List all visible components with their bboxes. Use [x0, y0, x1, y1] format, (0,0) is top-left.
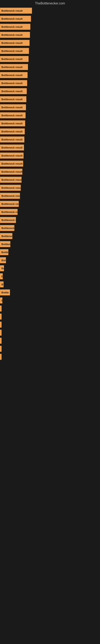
bars-container: Bottleneck resultBottleneck resultBottle… [0, 6, 100, 362]
result-bar: Bo [0, 281, 3, 288]
bar-row: Bottleneck result [0, 87, 100, 95]
bar-row: Bottleneck result [0, 23, 100, 30]
bar-label: Bottleneck result [1, 218, 16, 222]
bar-row: Bottleneck result [0, 184, 100, 192]
bar-row: Bottleneck result [0, 232, 100, 240]
bar-row [0, 353, 100, 361]
result-bar: Bottleneck result [0, 120, 25, 126]
result-bar: Bottleneck result [0, 233, 12, 239]
bar-row: Bottleneck result [0, 55, 100, 63]
bar-row: Bottleneck result [0, 47, 100, 55]
bar-row: Bo [0, 280, 100, 288]
result-bar [0, 346, 1, 352]
result-bar: Bottleneck result [0, 136, 24, 142]
bar-label: Bottleneck result [1, 114, 22, 117]
bar-label: Bottleneck result [1, 58, 22, 60]
bar-row: Bottleneck result [0, 128, 100, 135]
result-bar [0, 322, 1, 328]
bar-row: Bottleneck result [0, 200, 100, 208]
result-bar: Bottleneck result [0, 152, 24, 158]
bar-label: Bo [1, 283, 3, 286]
bar-row [0, 337, 100, 344]
bar-label: Bottleneck result [1, 194, 20, 198]
bar-row [0, 329, 100, 336]
bar-row: Bottleneck result [0, 71, 100, 79]
result-bar: Bottleneck result [0, 56, 29, 62]
bar-label: Bottleneck result [1, 170, 22, 173]
result-bar: Bottleneck result [0, 72, 28, 78]
bar-label: Bottleneck result [1, 74, 22, 77]
result-bar: Bottleneck result [0, 225, 14, 231]
result-bar: Bottleneck result [0, 185, 21, 191]
bar-label: Bottleneck result [1, 259, 6, 262]
bar-row: Bottleneck result [0, 240, 100, 248]
bar-row: Bottleneck result [0, 39, 100, 47]
bar-label: B [1, 299, 2, 302]
bar-label: Bottleneck result [1, 66, 22, 69]
bar-label: Bottleneck result [1, 98, 22, 101]
bar-row: Bottleneck result [0, 264, 100, 272]
bar-row: Bottleneck result [0, 7, 100, 14]
result-bar: Bottle [0, 290, 10, 296]
bar-row: Bottleneck result [0, 208, 100, 216]
bar-row [0, 321, 100, 328]
result-bar: B [0, 298, 2, 304]
bar-row: Bottleneck result [0, 248, 100, 256]
bar-label: Bottleneck result [1, 146, 22, 149]
bar-label: Bottleneck result [1, 130, 22, 133]
result-bar: Bottleneck result [0, 249, 8, 255]
result-bar: Bottleneck result [0, 32, 30, 38]
bar-label: Bottleneck result [1, 226, 14, 230]
result-bar: Bottleneck result [0, 24, 30, 30]
result-bar [0, 330, 1, 336]
result-bar: Bottleneck result [0, 16, 31, 22]
result-bar [0, 314, 1, 320]
bar-row: Bottleneck result [0, 79, 100, 87]
bar-label: Bottleneck result [1, 106, 22, 109]
bar-row: B [0, 297, 100, 304]
bar-row [0, 313, 100, 320]
bar-label: Bottleneck result [1, 122, 22, 125]
result-bar: Bottleneck result [0, 8, 32, 14]
bar-row: Bottleneck result [0, 192, 100, 200]
bar-label: Bottleneck result [1, 90, 22, 93]
result-bar: Bottleneck result [0, 104, 26, 110]
bar-row: B [0, 272, 100, 280]
bar-label: Bottleneck result [1, 42, 22, 44]
bar-label: Bottleneck result [1, 34, 22, 36]
bar-row: Bottleneck result [0, 112, 100, 119]
bar-row: Bottleneck result [0, 256, 100, 264]
result-bar: Bottleneck result [0, 112, 26, 118]
bar-row: Bottleneck result [0, 31, 100, 39]
bar-label: Bottleneck result [1, 235, 12, 238]
bar-row: Bottleneck result [0, 15, 100, 22]
bar-label: Bottle [1, 291, 9, 294]
result-bar: Bottleneck result [0, 265, 4, 271]
result-bar: Bottleneck result [0, 193, 20, 199]
bar-label: Bottleneck result [1, 154, 22, 157]
bar-label: Bottleneck result [1, 202, 19, 206]
bar-label: Bottleneck result [1, 178, 22, 181]
bar-label: Bottleneck result [1, 9, 22, 12]
bar-label: Bottleneck result [1, 210, 18, 214]
bar-label: Bottleneck result [1, 251, 8, 254]
result-bar: Bottleneck result [0, 40, 30, 46]
bar-row: Bottleneck result [0, 216, 100, 224]
result-bar: Bottleneck result [0, 80, 27, 86]
result-bar: Bottleneck result [0, 209, 18, 215]
bar-label: Bottleneck result [1, 162, 22, 165]
bar-row: Bottleneck result [0, 63, 100, 71]
bar-label: Bottleneck result [1, 82, 22, 85]
bar-row: Bottleneck result [0, 168, 100, 176]
result-bar: Bottleneck result [0, 160, 23, 167]
bar-row: Bottle [0, 288, 100, 296]
result-bar: Bottleneck result [0, 241, 10, 247]
bar-label: Bottleneck result [1, 186, 21, 190]
bar-label: Bottleneck result [1, 25, 22, 28]
bar-label: Bottleneck result [1, 267, 4, 270]
bar-row: Bottleneck result [0, 120, 100, 127]
bar-row: Bottleneck result [0, 136, 100, 143]
result-bar [0, 306, 1, 312]
bar-label: Bottleneck result [1, 138, 22, 141]
bar-row: Bottleneck result [0, 176, 100, 184]
